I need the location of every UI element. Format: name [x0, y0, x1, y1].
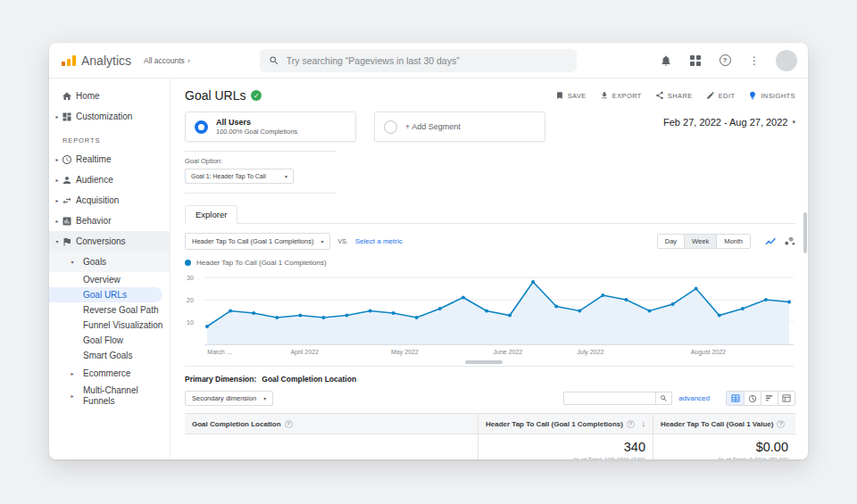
table-search-input[interactable]: [563, 392, 656, 405]
breadcrumb-label: All accounts: [144, 56, 185, 65]
column-header-location[interactable]: Goal Completion Location ?: [185, 414, 478, 434]
goal-option-select[interactable]: Goal 1: Header Tap To Call ▾: [185, 169, 294, 184]
sidebar-item-audience[interactable]: ▸ Audience: [49, 169, 170, 190]
logo-bar: [72, 55, 76, 66]
chevron-down-icon: ▾: [320, 238, 323, 244]
summary-empty-cell: [185, 434, 478, 459]
search-input[interactable]: [287, 55, 568, 66]
table-search-button[interactable]: [656, 392, 672, 405]
sidebar-item-label: Goal Flow: [83, 335, 123, 346]
action-label: EDIT: [719, 92, 736, 100]
report-icon: [62, 216, 72, 227]
sidebar-item-ecommerce[interactable]: ▸ Ecommerce: [49, 363, 170, 384]
sidebar-item-acquisition[interactable]: ▸ Acquisition: [49, 190, 170, 211]
segment-all-users[interactable]: All Users 100.00% Goal Completions: [185, 112, 356, 142]
chart-x-axis: March ...April 2022May 2022June 2022July…: [204, 349, 794, 358]
edit-button[interactable]: EDIT: [706, 91, 736, 100]
help-icon: ?: [285, 420, 293, 428]
segment-subtitle: 100.00% Goal Completions: [216, 128, 297, 136]
insights-button[interactable]: INSIGHTS: [748, 91, 795, 100]
motion-chart-icon: [784, 236, 795, 246]
column-header-value[interactable]: Header Tap To Call (Goal 1 Value) ?: [653, 414, 795, 434]
sidebar-item-conversions[interactable]: ▾ Conversions: [49, 231, 170, 252]
primary-dimension-label: Primary Dimension:: [185, 375, 256, 384]
analytics-logo-icon[interactable]: [62, 55, 76, 66]
date-range-picker[interactable]: Feb 27, 2022 - Aug 27, 2022 ▾: [663, 117, 795, 128]
global-search[interactable]: [260, 49, 577, 72]
report-actions: SAVE EXPORT SHARE EDIT: [555, 91, 795, 100]
sidebar-item-smart-goals[interactable]: Smart Goals: [49, 348, 170, 363]
metric-select-value: Header Tap To Call (Goal 1 Completions): [192, 237, 313, 245]
chevron-right-icon: ›: [187, 56, 190, 65]
chart-type-toggle: [765, 236, 795, 246]
metric-select[interactable]: Header Tap To Call (Goal 1 Completions) …: [185, 233, 330, 250]
table-controls: Secondary dimension ▾ advanced: [185, 391, 808, 406]
x-tick-label: August 2022: [691, 349, 726, 355]
percentage-view-button[interactable]: [744, 392, 761, 405]
x-tick-label: April 2022: [290, 349, 319, 355]
sidebar-item-goal-urls[interactable]: Goal URLs: [49, 287, 162, 302]
data-view-button[interactable]: [727, 392, 744, 405]
pivot-view-button[interactable]: [778, 392, 795, 405]
advanced-search-link[interactable]: advanced: [678, 394, 710, 402]
brand-title: Analytics: [81, 54, 131, 68]
column-header-completions[interactable]: Header Tap To Call (Goal 1 Completions) …: [478, 414, 653, 434]
add-segment-button[interactable]: + Add Segment: [374, 112, 545, 142]
sidebar-item-funnel-visualization[interactable]: Funnel Visualization: [49, 318, 170, 333]
vertical-scrollbar[interactable]: [803, 212, 807, 253]
performance-view-button[interactable]: [761, 392, 778, 405]
sidebar-item-multi-channel-funnels[interactable]: ▸ Multi-Channel Funnels: [49, 384, 170, 408]
select-metric-link[interactable]: Select a metric: [355, 237, 403, 245]
motion-chart-type-button[interactable]: [784, 236, 795, 246]
vs-label: VS.: [337, 238, 347, 244]
sidebar-item-customization[interactable]: ▸ Customization: [49, 106, 170, 127]
line-chart-type-button[interactable]: [765, 236, 777, 246]
chevron-down-icon: ▾: [69, 259, 76, 265]
save-button[interactable]: SAVE: [555, 91, 587, 100]
avatar[interactable]: [776, 50, 797, 71]
secondary-dimension-label: Secondary dimension: [192, 394, 256, 402]
date-range-label: Feb 27, 2022 - Aug 27, 2022: [663, 117, 787, 128]
home-icon: [62, 91, 72, 102]
primary-dimension-goal-completion-location[interactable]: Goal Completion Location: [262, 375, 356, 384]
summary-total: 340: [486, 440, 645, 454]
sidebar-item-goals[interactable]: ▾ Goals: [49, 252, 170, 272]
tab-explorer[interactable]: Explorer: [185, 205, 237, 224]
sidebar-item-goal-flow[interactable]: Goal Flow: [49, 333, 170, 348]
y-tick-label: 10: [187, 319, 194, 326]
sidebar-item-home[interactable]: Home: [49, 86, 170, 106]
sidebar-item-label: Goals: [83, 257, 106, 268]
granularity-toggle: Day Week Month: [657, 234, 751, 249]
sidebar-item-realtime[interactable]: ▸ Realtime: [49, 149, 170, 169]
segment-ring-icon: [195, 120, 208, 134]
reports-section-label: REPORTS: [49, 127, 170, 149]
sidebar-item-label: Smart Goals: [83, 351, 133, 361]
sidebar-item-label: Realtime: [76, 154, 111, 165]
chart-plot-area[interactable]: [204, 272, 794, 345]
sidebar-item-overview[interactable]: Overview: [49, 272, 170, 287]
sidebar-item-label: Home: [76, 91, 100, 102]
notifications-button[interactable]: [658, 53, 674, 69]
action-label: EXPORT: [612, 92, 642, 100]
sidebar-item-behavior[interactable]: ▸ Behavior: [49, 211, 170, 231]
apps-grid-button[interactable]: [687, 53, 703, 69]
chart-horizontal-scrollbar[interactable]: [465, 360, 503, 364]
breadcrumb[interactable]: All accounts ›: [144, 56, 190, 65]
bookmark-icon: [555, 91, 564, 100]
overflow-menu-button[interactable]: ⋮: [746, 53, 762, 69]
granularity-day-button[interactable]: Day: [658, 235, 684, 248]
line-chart-icon: [765, 236, 777, 246]
help-button[interactable]: ?: [717, 53, 733, 69]
sidebar-item-reverse-goal-path[interactable]: Reverse Goal Path: [49, 302, 170, 318]
chevron-right-icon: ▸: [69, 370, 76, 376]
sidebar: Home ▸ Customization REPORTS ▸ Realtime …: [49, 78, 171, 459]
export-button[interactable]: EXPORT: [600, 91, 642, 100]
secondary-dimension-select[interactable]: Secondary dimension ▾: [185, 391, 273, 406]
chevron-right-icon: ▸: [54, 218, 61, 224]
help-icon: ?: [627, 420, 635, 428]
granularity-month-button[interactable]: Month: [716, 235, 750, 248]
logo-bar: [67, 59, 71, 66]
granularity-week-button[interactable]: Week: [684, 235, 716, 248]
segment-row: All Users 100.00% Goal Completions + Add…: [185, 112, 808, 142]
share-button[interactable]: SHARE: [655, 91, 693, 100]
